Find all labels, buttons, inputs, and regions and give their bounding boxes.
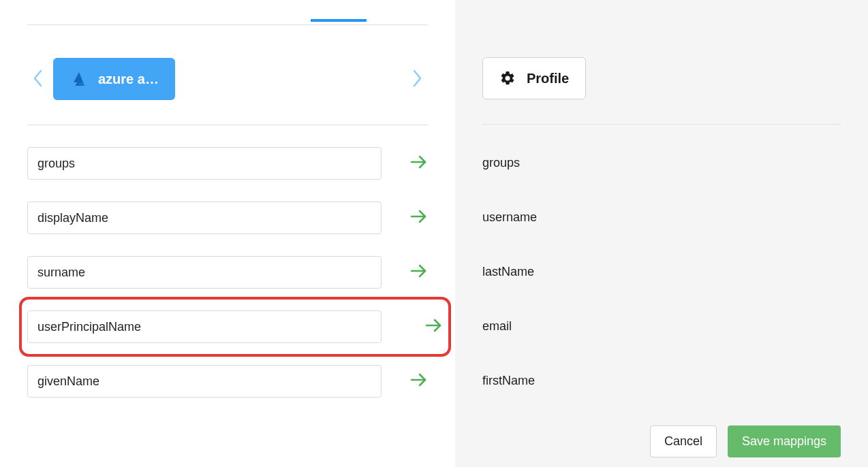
arrow-right-icon [410,263,428,281]
mapping-container: azure a… [0,0,868,467]
target-field-label: email [482,310,512,342]
prev-source-button[interactable] [27,64,48,95]
source-label: azure a… [98,71,159,87]
chevron-right-icon [413,79,422,89]
target-field-label: username [482,201,537,234]
target-field-label: groups [482,146,520,179]
source-field-input[interactable] [27,310,382,343]
active-tab-indicator [311,19,367,22]
arrow-right-icon [410,372,428,390]
target-field-row: groups [482,146,841,179]
target-field-row: firstName [482,364,841,397]
next-source-button[interactable] [407,64,428,95]
source-field-input[interactable] [27,256,382,289]
target-panel: Profile groups username lastName email f… [455,0,868,467]
mapping-row [27,256,428,289]
source-fields-list [27,125,428,398]
mapping-row-highlighted [22,300,448,354]
arrow-right-icon [410,209,428,227]
target-field-row: lastName [482,255,841,288]
target-label: Profile [527,71,569,86]
target-header-row: Profile [482,25,841,125]
mapping-row [27,202,428,234]
mapping-row [27,365,428,398]
mapping-row [27,147,428,180]
target-field-label: lastName [482,255,534,288]
source-field-input[interactable] [27,365,382,398]
target-field-row: email [482,310,841,342]
target-field-row: username [482,201,841,234]
source-field-input[interactable] [27,202,382,234]
source-field-input[interactable] [27,147,382,180]
profile-chip[interactable]: Profile [482,57,586,99]
gear-icon [499,70,516,86]
footer-actions: Cancel Save mappings [650,425,841,457]
source-header-row: azure a… [27,25,428,125]
target-fields-list: groups username lastName email firstName [482,125,841,397]
chevron-left-icon [33,79,42,89]
source-panel: azure a… [0,0,455,467]
azure-icon [69,70,87,88]
target-field-label: firstName [482,364,535,397]
save-mappings-button[interactable]: Save mappings [728,425,841,457]
arrow-right-icon [410,155,428,172]
source-chip[interactable]: azure a… [53,58,175,100]
arrow-right-icon [425,318,443,336]
cancel-button[interactable]: Cancel [650,425,717,457]
